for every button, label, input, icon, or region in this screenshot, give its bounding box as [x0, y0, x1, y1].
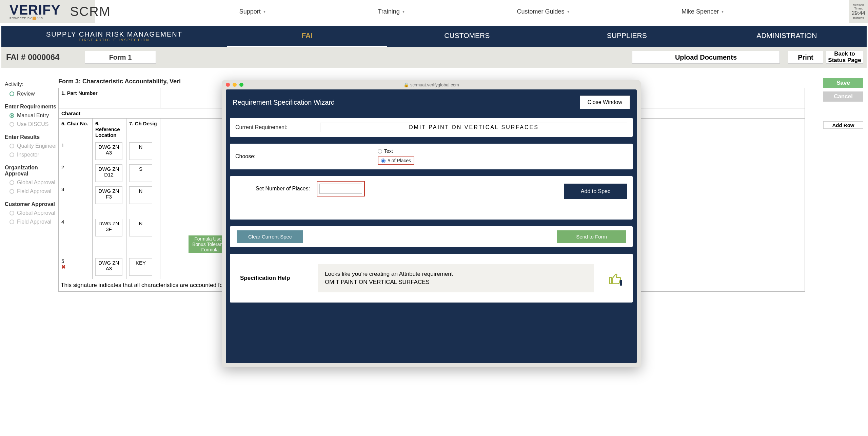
ivis-icon — [33, 17, 36, 20]
radio-text[interactable]: Text — [378, 148, 414, 154]
sidebar: Activity: Review Enter Requirements Manu… — [5, 78, 58, 292]
designator-input[interactable]: N — [129, 142, 152, 160]
ref-location-input[interactable]: DWG ZN A3 — [95, 258, 122, 276]
group-organization-approval: Organization Approval — [5, 165, 58, 177]
spec-help-label: Specification Help — [240, 275, 304, 282]
spec-help-text: Looks like you're creating an Attribute … — [318, 264, 594, 292]
close-window-button[interactable]: Close Window — [580, 96, 630, 109]
top-header: VERIFY POWERED BY iVIS SCRM Support▾ Tra… — [0, 0, 868, 23]
choose-panel: Choose: Text # of Places — [230, 144, 633, 169]
col-designator: 7. Ch Desig — [126, 119, 160, 140]
ref-location-input[interactable]: DWG ZN A3 — [95, 142, 122, 160]
requirement-wizard-window: 🔒 scrmuat.verifyglobal.com Requirement S… — [222, 80, 641, 367]
radio-cust-global[interactable]: Global Approval — [5, 209, 58, 217]
tab-fai[interactable]: FAI — [227, 25, 387, 47]
logo-verify: VERIFY — [9, 3, 60, 17]
col-ref-location: 6. Reference Location — [93, 119, 126, 140]
clear-current-spec-button[interactable]: Clear Current Spec — [237, 230, 303, 243]
back-to-status-button[interactable]: Back to Status Page — [826, 51, 863, 64]
ref-location-input[interactable]: DWG ZN D12 — [95, 164, 122, 182]
chevron-down-icon: ▾ — [402, 9, 405, 14]
ref-location-input[interactable]: DWG ZN 3F — [95, 219, 122, 236]
col-char-no: 5. Char No. — [59, 119, 93, 140]
radio-quality-engineer[interactable]: Quality Engineer — [5, 142, 58, 150]
upload-documents-tab[interactable]: Upload Documents — [632, 51, 780, 64]
radio-org-global[interactable]: Global Approval — [5, 178, 58, 187]
col-part-number: 1. Part Number — [59, 88, 160, 98]
group-enter-requirements: Enter Requirements — [5, 104, 58, 110]
thumbs-up-icon — [608, 271, 623, 286]
radio-inspector[interactable]: Inspector — [5, 150, 58, 159]
cancel-button[interactable]: Cancel — [823, 91, 863, 102]
set-number-label: Set Number of Places: — [256, 186, 310, 192]
chevron-down-icon: ▾ — [263, 9, 265, 14]
designator-input[interactable]: S — [129, 164, 152, 182]
choose-label: Choose: — [235, 153, 378, 160]
radio-manual-entry[interactable]: Manual Entry — [5, 111, 58, 120]
radio-review[interactable]: Review — [5, 89, 58, 98]
add-to-spec-button[interactable]: Add to Spec — [564, 184, 627, 199]
radio-cust-field[interactable]: Field Approval — [5, 217, 58, 226]
svg-rect-0 — [620, 280, 622, 286]
tab-suppliers[interactable]: SUPPLIERS — [547, 25, 707, 47]
window-url: 🔒 scrmuat.verifyglobal.com — [222, 82, 641, 87]
sub-header: FAI # 0000064 Form 1 Upload Documents Pr… — [1, 47, 867, 68]
session-timer: Session Timer: 29:44 minutes — [849, 0, 868, 23]
nav-customer-guides[interactable]: Customer Guides▾ — [517, 8, 569, 15]
save-button[interactable]: Save — [823, 78, 863, 88]
primary-nav: SUPPLY CHAIN RISK MANAGEMENT FIRST ARTIC… — [1, 26, 867, 47]
set-number-input[interactable] — [319, 184, 362, 194]
actions-panel: Clear Current Spec Send to Form — [230, 226, 633, 247]
specification-help-panel: Specification Help Looks like you're cre… — [230, 254, 633, 303]
group-enter-results: Enter Results — [5, 134, 58, 140]
set-number-panel: Set Number of Places: Add to Spec — [230, 176, 633, 220]
sidebar-activity-label: Activity: — [5, 81, 58, 87]
ref-location-input[interactable]: DWG ZN F3 — [95, 186, 122, 204]
radio-org-field[interactable]: Field Approval — [5, 187, 58, 196]
tab-administration[interactable]: ADMINISTRATION — [707, 25, 867, 47]
right-actions: Save Cancel Add Row — [805, 78, 863, 292]
designator-input[interactable]: N — [129, 219, 152, 236]
current-requirement-value: OMIT PAINT ON VERTICAL SURFACES — [320, 123, 627, 132]
tab-customers[interactable]: CUSTOMERS — [387, 25, 547, 47]
chevron-down-icon: ▾ — [722, 9, 724, 14]
send-to-form-button[interactable]: Send to Form — [557, 230, 626, 243]
current-requirement-panel: Current Requirement: OMIT PAINT ON VERTI… — [230, 118, 633, 137]
nav-user-menu[interactable]: Mike Spencer▾ — [682, 8, 724, 15]
group-customer-approval: Customer Approval — [5, 201, 58, 207]
fai-number: FAI # 0000064 — [5, 53, 85, 62]
chevron-down-icon: ▾ — [567, 9, 569, 14]
delete-row-icon[interactable]: ✖ — [61, 264, 90, 270]
brand-logo: VERIFY POWERED BY iVIS SCRM — [0, 0, 95, 23]
nav-training[interactable]: Training▾ — [378, 8, 404, 15]
nav-support[interactable]: Support▾ — [239, 8, 265, 15]
current-requirement-label: Current Requirement: — [235, 124, 313, 130]
group-characteristics: Charact — [59, 108, 160, 119]
app-title: SUPPLY CHAIN RISK MANAGEMENT FIRST ARTIC… — [1, 30, 227, 42]
print-button[interactable]: Print — [788, 51, 823, 64]
radio-num-places[interactable]: # of Places — [378, 157, 414, 165]
radio-use-discus[interactable]: Use DISCUS — [5, 120, 58, 129]
modal-title: Requirement Specification Wizard — [233, 99, 335, 106]
designator-input[interactable]: N — [129, 186, 152, 204]
form-tab-1[interactable]: Form 1 — [85, 51, 156, 64]
top-nav: Support▾ Training▾ Customer Guides▾ Mike… — [95, 8, 868, 15]
add-row-button[interactable]: Add Row — [823, 121, 863, 129]
window-title-bar[interactable]: 🔒 scrmuat.verifyglobal.com — [222, 80, 641, 89]
designator-input[interactable]: KEY — [129, 258, 152, 276]
